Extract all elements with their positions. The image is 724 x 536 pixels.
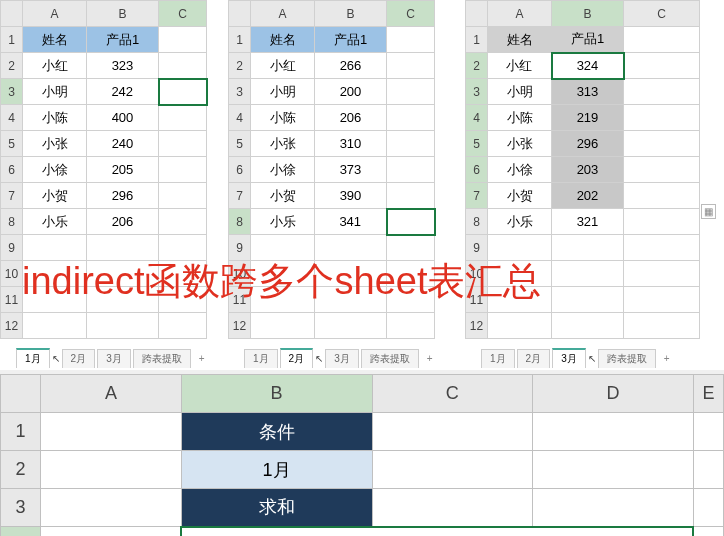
tab-cross[interactable]: 跨表提取 — [133, 349, 191, 368]
sheet-panel-1: ABC 1姓名产品1 2小红323 3小明242 4小陈400 5小张240 6… — [0, 0, 228, 370]
sheet-tabs-1: 1月 ↖ 2月 3月 跨表提取 + — [16, 348, 211, 368]
label-condition[interactable]: 条件 — [181, 413, 372, 451]
summary-grid[interactable]: ABCDE 1条件 21月 3求和 4 =SUM(INDIRECT(B2&"!B… — [0, 374, 724, 536]
cursor-icon: ↖ — [52, 353, 60, 364]
active-cell-1[interactable] — [159, 79, 207, 105]
sheet-tabs-2: 1月 2月 ↖ 3月 跨表提取 + — [244, 348, 439, 368]
add-sheet-icon[interactable]: + — [658, 351, 676, 366]
add-sheet-icon[interactable]: + — [193, 351, 211, 366]
select-all-1[interactable] — [1, 1, 23, 27]
sheet-panel-3: ABC 1姓名产品1 2小红324 3小明313 4小陈219 5小张296 6… — [465, 0, 724, 370]
label-sum[interactable]: 求和 — [181, 489, 372, 527]
tab-3m[interactable]: 3月 — [97, 349, 131, 368]
sheet-panel-2: ABC 1姓名产品1 2小红266 3小明200 4小陈206 5小张310 6… — [228, 0, 465, 370]
cursor-icon: ↖ — [315, 353, 323, 364]
overlay-title: indirect函数跨多个sheet表汇总 — [22, 256, 541, 307]
sheet-tabs-3: 1月 2月 3月 ↖ 跨表提取 + — [481, 348, 676, 368]
active-cell-2[interactable] — [387, 209, 435, 235]
add-sheet-icon[interactable]: + — [421, 351, 439, 366]
colhdr-C[interactable]: C — [159, 1, 207, 27]
paste-options-icon[interactable]: ▦ — [701, 204, 716, 219]
hdr-prod[interactable]: 产品1 — [87, 27, 159, 53]
hdr-name[interactable]: 姓名 — [23, 27, 87, 53]
colhdr-A[interactable]: A — [23, 1, 87, 27]
formula-cell[interactable]: =SUM(INDIRECT(B2&"!B2:B8") — [181, 527, 693, 537]
cursor-icon: ↖ — [588, 353, 596, 364]
tab-1m[interactable]: 1月 — [16, 348, 50, 368]
value-month[interactable]: 1月 — [181, 451, 372, 489]
colhdr-B[interactable]: B — [87, 1, 159, 27]
tab-2m[interactable]: 2月 — [62, 349, 96, 368]
